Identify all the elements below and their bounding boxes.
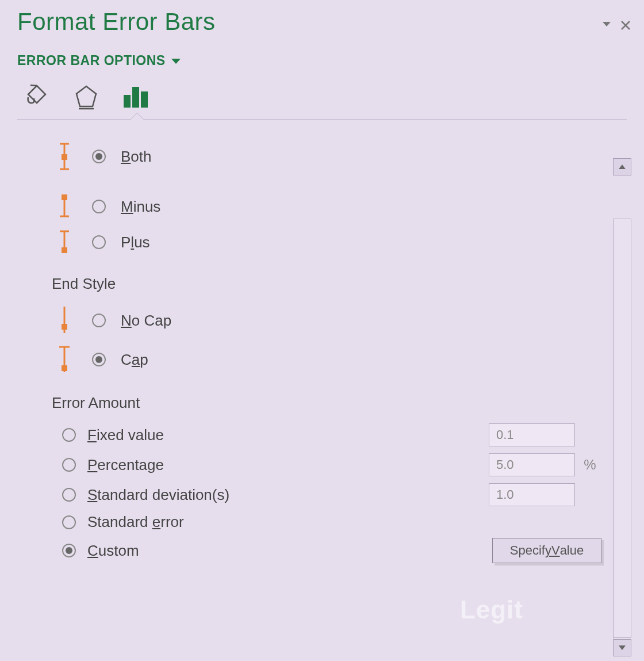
tab-effects[interactable] [71,82,101,111]
section-dropdown-label: ERROR BAR OPTIONS [17,53,166,68]
radio-label: Plus [121,234,150,251]
radio-icon [92,235,106,249]
radio-icon [62,428,76,442]
tab-fill-line[interactable] [22,82,52,111]
chevron-down-icon [170,57,182,65]
direction-option-both[interactable]: Both [52,137,604,176]
error-bar-cap-icon [52,343,77,376]
svg-marker-8 [619,645,626,650]
radio-label: Both [121,148,152,166]
radio-icon [62,458,76,472]
svg-rect-18 [62,247,67,253]
error-amount-option-stderr[interactable]: Standard error [52,513,184,531]
radio-icon [62,544,76,557]
error-amount-option-percentage[interactable]: Percentage [52,456,164,474]
tab-divider [17,119,627,120]
error-bar-plus-icon [52,228,77,257]
svg-marker-1 [171,59,181,64]
error-bar-nocap-icon [52,304,77,337]
radio-label: Custom [87,542,139,560]
error-amount-heading: Error Amount [52,379,604,420]
stddev-input[interactable]: 1.0 [489,483,575,506]
svg-rect-6 [141,91,148,108]
scroll-down-button[interactable] [613,639,631,656]
end-style-option-cap[interactable]: Cap [52,340,604,379]
specify-value-button[interactable]: Specify Value [492,538,601,563]
scrollbar-track[interactable] [613,219,631,638]
pane-options-dropdown-icon[interactable] [601,20,612,31]
radio-label: Percentage [87,456,164,474]
radio-label: Standard error [87,513,184,531]
radio-label: Minus [121,198,160,216]
radio-icon [62,515,76,529]
svg-rect-11 [62,154,67,160]
svg-rect-23 [62,365,67,371]
pane-title: Format Error Bars [17,8,216,36]
end-style-heading: End Style [52,260,604,301]
direction-option-minus[interactable]: Minus [52,189,604,224]
fixed-value-input[interactable]: 0.1 [489,423,575,446]
percent-suffix: % [578,457,601,473]
percentage-input[interactable]: 5.0 [489,453,575,476]
svg-marker-0 [603,22,611,26]
svg-rect-4 [124,95,131,108]
radio-label: Standard deviation(s) [87,486,229,504]
radio-icon [62,488,76,502]
end-style-option-no-cap[interactable]: No Cap [52,301,604,340]
radio-icon [92,353,106,366]
radio-icon [92,150,106,163]
radio-icon [92,200,106,213]
error-amount-option-stddev[interactable]: Standard deviation(s) [52,486,229,504]
error-bar-both-icon [52,140,77,173]
svg-rect-20 [62,324,67,330]
radio-label: No Cap [121,312,171,330]
watermark: Legit [460,595,523,624]
scroll-up-button[interactable] [613,158,631,175]
error-bar-minus-icon [52,192,77,221]
section-dropdown[interactable]: ERROR BAR OPTIONS [0,36,644,68]
svg-marker-7 [619,165,626,169]
radio-label: Cap [121,351,148,369]
error-amount-option-fixed[interactable]: Fixed value [52,426,164,444]
error-amount-option-custom[interactable]: Custom [52,542,139,560]
svg-marker-2 [76,86,96,106]
svg-rect-5 [132,87,139,108]
radio-label: Fixed value [87,426,164,444]
radio-icon [92,314,106,327]
direction-option-plus[interactable]: Plus [52,224,604,260]
tab-bar-options[interactable] [121,82,151,111]
close-icon[interactable] [620,20,631,31]
